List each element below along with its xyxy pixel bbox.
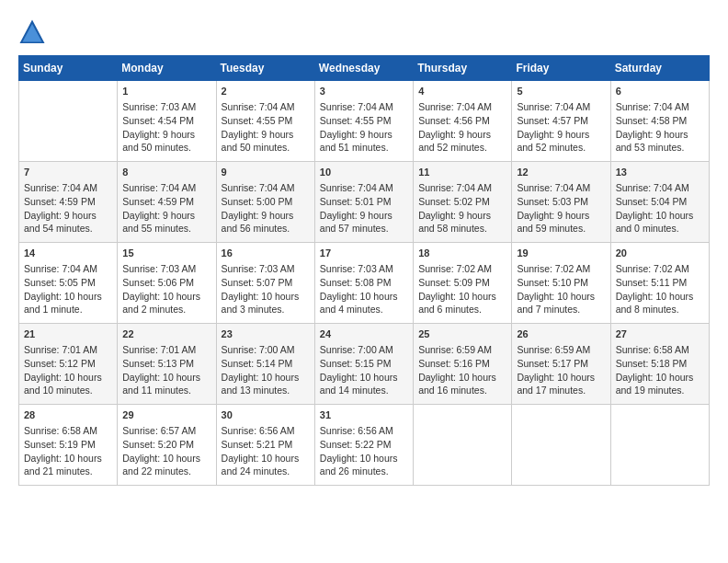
- cell-content: Sunrise: 7:03 AM: [320, 262, 408, 276]
- calendar-cell: 29Sunrise: 6:57 AMSunset: 5:20 PMDayligh…: [118, 405, 216, 486]
- calendar-cell: 21Sunrise: 7:01 AMSunset: 5:12 PMDayligh…: [19, 324, 118, 405]
- page-header: [18, 18, 710, 46]
- calendar-cell: 25Sunrise: 6:59 AMSunset: 5:16 PMDayligh…: [414, 324, 512, 405]
- cell-content: Daylight: 10 hours: [24, 371, 112, 385]
- cell-content: Sunset: 5:22 PM: [320, 438, 408, 452]
- cell-content: Daylight: 9 hours: [517, 128, 605, 142]
- cell-content: Daylight: 10 hours: [517, 290, 605, 304]
- cell-content: Sunset: 4:55 PM: [222, 114, 310, 128]
- cell-content: Sunrise: 7:02 AM: [418, 262, 506, 276]
- calendar-cell: 22Sunrise: 7:01 AMSunset: 5:13 PMDayligh…: [118, 324, 216, 405]
- cell-content: Sunset: 5:09 PM: [418, 276, 506, 290]
- day-number: 3: [320, 85, 408, 98]
- cell-content: Sunrise: 7:04 AM: [320, 100, 408, 114]
- cell-content: Sunrise: 7:02 AM: [517, 262, 605, 276]
- calendar-cell: 26Sunrise: 6:59 AMSunset: 5:17 PMDayligh…: [512, 324, 610, 405]
- calendar-cell: 27Sunrise: 6:58 AMSunset: 5:18 PMDayligh…: [610, 324, 709, 405]
- cell-content: Daylight: 10 hours: [122, 452, 210, 465]
- cell-content: Daylight: 9 hours: [122, 128, 210, 142]
- cell-content: Sunset: 4:59 PM: [24, 195, 112, 209]
- cell-content: Sunset: 4:54 PM: [122, 114, 210, 128]
- day-number: 16: [222, 247, 310, 260]
- cell-content: and 8 minutes.: [616, 303, 704, 316]
- day-number: 23: [222, 327, 310, 341]
- calendar-cell: 16Sunrise: 7:03 AMSunset: 5:07 PMDayligh…: [216, 243, 314, 324]
- column-header-saturday: Saturday: [610, 56, 709, 81]
- cell-content: and 53 minutes.: [616, 141, 704, 155]
- cell-content: Sunset: 5:01 PM: [320, 195, 408, 209]
- day-number: 6: [616, 85, 704, 98]
- cell-content: Sunset: 5:06 PM: [122, 276, 210, 290]
- cell-content: Sunset: 5:00 PM: [222, 195, 310, 209]
- cell-content: Daylight: 10 hours: [418, 371, 506, 385]
- cell-content: Daylight: 9 hours: [122, 209, 210, 223]
- day-number: 14: [24, 247, 112, 260]
- day-number: 21: [24, 327, 112, 341]
- cell-content: Sunrise: 7:03 AM: [122, 262, 210, 276]
- cell-content: and 57 minutes.: [320, 222, 408, 236]
- cell-content: and 17 minutes.: [517, 384, 605, 397]
- calendar-cell: 19Sunrise: 7:02 AMSunset: 5:10 PMDayligh…: [512, 243, 610, 324]
- column-header-sunday: Sunday: [19, 56, 118, 81]
- cell-content: Daylight: 10 hours: [517, 371, 605, 385]
- calendar-cell: 12Sunrise: 7:04 AMSunset: 5:03 PMDayligh…: [512, 162, 610, 243]
- cell-content: and 59 minutes.: [517, 222, 605, 236]
- cell-content: Daylight: 10 hours: [616, 209, 704, 223]
- cell-content: and 50 minutes.: [222, 141, 310, 155]
- cell-content: and 24 minutes.: [222, 465, 310, 478]
- cell-content: Sunset: 4:57 PM: [517, 114, 605, 128]
- cell-content: and 11 minutes.: [122, 384, 210, 397]
- calendar-cell: 1Sunrise: 7:03 AMSunset: 4:54 PMDaylight…: [118, 81, 216, 162]
- cell-content: Sunset: 5:15 PM: [320, 357, 408, 371]
- cell-content: and 52 minutes.: [418, 141, 506, 155]
- cell-content: Sunrise: 7:04 AM: [320, 181, 408, 195]
- cell-content: Daylight: 10 hours: [222, 290, 310, 304]
- calendar-cell: 2Sunrise: 7:04 AMSunset: 4:55 PMDaylight…: [216, 81, 314, 162]
- calendar-cell: 20Sunrise: 7:02 AMSunset: 5:11 PMDayligh…: [610, 243, 709, 324]
- cell-content: Sunset: 5:07 PM: [222, 276, 310, 290]
- calendar-cell: 23Sunrise: 7:00 AMSunset: 5:14 PMDayligh…: [216, 324, 314, 405]
- cell-content: Daylight: 10 hours: [418, 290, 506, 304]
- calendar-week-row: 1Sunrise: 7:03 AMSunset: 4:54 PMDaylight…: [19, 81, 710, 162]
- cell-content: Sunrise: 7:02 AM: [616, 262, 704, 276]
- calendar-cell: 7Sunrise: 7:04 AMSunset: 4:59 PMDaylight…: [19, 162, 118, 243]
- calendar-week-row: 28Sunrise: 6:58 AMSunset: 5:19 PMDayligh…: [19, 405, 710, 486]
- cell-content: Sunset: 5:10 PM: [517, 276, 605, 290]
- calendar-cell: 5Sunrise: 7:04 AMSunset: 4:57 PMDaylight…: [512, 81, 610, 162]
- cell-content: Sunset: 5:18 PM: [616, 357, 704, 371]
- cell-content: Daylight: 10 hours: [222, 371, 310, 385]
- cell-content: Sunrise: 7:04 AM: [418, 181, 506, 195]
- cell-content: Sunrise: 6:59 AM: [418, 343, 506, 357]
- calendar-cell: 15Sunrise: 7:03 AMSunset: 5:06 PMDayligh…: [118, 243, 216, 324]
- calendar-week-row: 21Sunrise: 7:01 AMSunset: 5:12 PMDayligh…: [19, 324, 710, 405]
- cell-content: Sunrise: 6:56 AM: [320, 424, 408, 438]
- cell-content: and 10 minutes.: [24, 384, 112, 397]
- column-header-monday: Monday: [118, 56, 216, 81]
- cell-content: Sunrise: 6:59 AM: [517, 343, 605, 357]
- cell-content: and 3 minutes.: [222, 303, 310, 316]
- cell-content: and 2 minutes.: [122, 303, 210, 316]
- day-number: 1: [122, 85, 210, 98]
- cell-content: Sunset: 5:14 PM: [222, 357, 310, 371]
- cell-content: Sunset: 5:19 PM: [24, 438, 112, 452]
- cell-content: and 58 minutes.: [418, 222, 506, 236]
- day-number: 2: [222, 85, 310, 98]
- cell-content: and 51 minutes.: [320, 141, 408, 155]
- calendar-week-row: 7Sunrise: 7:04 AMSunset: 4:59 PMDaylight…: [19, 162, 710, 243]
- cell-content: Sunset: 5:21 PM: [222, 438, 310, 452]
- calendar-cell: 9Sunrise: 7:04 AMSunset: 5:00 PMDaylight…: [216, 162, 314, 243]
- cell-content: Daylight: 10 hours: [320, 452, 408, 465]
- cell-content: and 19 minutes.: [616, 384, 704, 397]
- cell-content: Sunset: 5:12 PM: [24, 357, 112, 371]
- calendar-cell: 28Sunrise: 6:58 AMSunset: 5:19 PMDayligh…: [19, 405, 118, 486]
- calendar-cell: 31Sunrise: 6:56 AMSunset: 5:22 PMDayligh…: [314, 405, 413, 486]
- column-header-wednesday: Wednesday: [314, 56, 413, 81]
- cell-content: Daylight: 10 hours: [122, 371, 210, 385]
- column-header-tuesday: Tuesday: [216, 56, 314, 81]
- day-number: 28: [24, 408, 112, 422]
- day-number: 12: [517, 166, 605, 179]
- cell-content: and 22 minutes.: [122, 465, 210, 478]
- cell-content: Sunset: 5:05 PM: [24, 276, 112, 290]
- day-number: 29: [122, 408, 210, 422]
- cell-content: Sunrise: 6:56 AM: [222, 424, 310, 438]
